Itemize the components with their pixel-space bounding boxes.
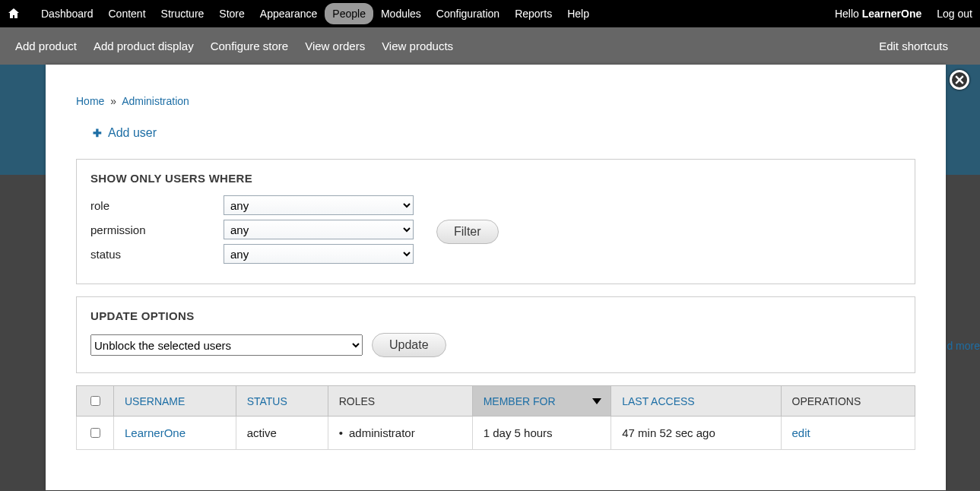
hello-username: LearnerOne	[862, 8, 922, 20]
toolbar-menu: DashboardContentStructureStoreAppearance…	[33, 3, 597, 24]
hello-prefix: Hello	[835, 8, 862, 20]
admin-toolbar: DashboardContentStructureStoreAppearance…	[0, 0, 980, 27]
shortcut-add-product[interactable]: Add product	[15, 40, 77, 52]
shortcut-bar: Add productAdd product displayConfigure …	[0, 27, 980, 65]
toolbar-item-configuration[interactable]: Configuration	[429, 3, 507, 24]
shortcut-add-product-display[interactable]: Add product display	[94, 40, 194, 52]
toolbar-item-store[interactable]: Store	[211, 3, 252, 24]
logout-link[interactable]: Log out	[937, 8, 972, 20]
toolbar-item-structure[interactable]: Structure	[154, 3, 212, 24]
toolbar-item-modules[interactable]: Modules	[373, 3, 429, 24]
toolbar-item-dashboard[interactable]: Dashboard	[33, 3, 101, 24]
shortcut-view-orders[interactable]: View orders	[305, 40, 365, 52]
shortcut-view-products[interactable]: View products	[382, 40, 453, 52]
edit-shortcuts-link[interactable]: Edit shortcuts	[879, 40, 948, 52]
shortcut-configure-store[interactable]: Configure store	[211, 40, 289, 52]
home-icon[interactable]	[8, 8, 20, 20]
toolbar-item-content[interactable]: Content	[101, 3, 154, 24]
toolbar-item-help[interactable]: Help	[560, 3, 597, 24]
toolbar-item-people[interactable]: People	[325, 3, 373, 24]
toolbar-item-reports[interactable]: Reports	[507, 3, 560, 24]
toolbar-item-appearance[interactable]: Appearance	[252, 3, 325, 24]
hello-text: Hello LearnerOne	[835, 8, 921, 20]
